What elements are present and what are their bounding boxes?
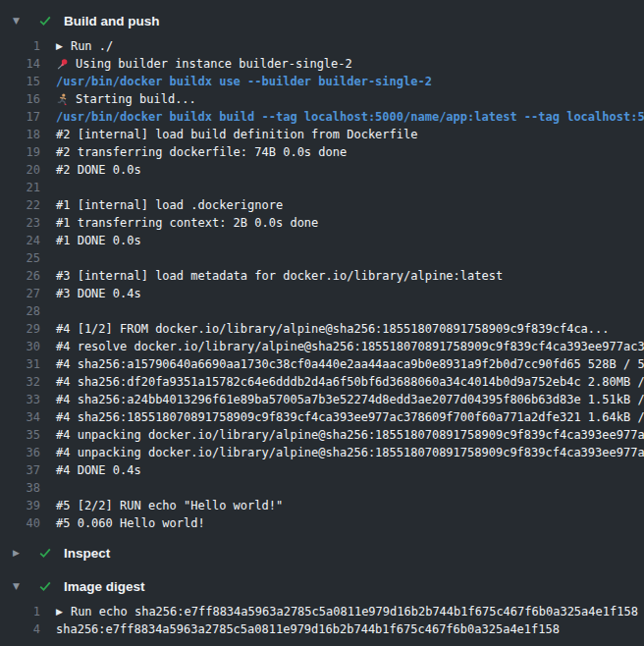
log-line: 17/usr/bin/docker buildx build --tag loc… [0, 108, 644, 126]
line-content: Starting build... [40, 90, 644, 108]
line-number[interactable]: 26 [0, 267, 40, 285]
line-text: Starting build... [76, 90, 196, 108]
chevron-down-icon[interactable]: ▼ [13, 582, 23, 591]
line-number[interactable]: 20 [0, 161, 40, 179]
log-line: 25 [0, 249, 644, 267]
log-line: 1▶Run echo sha256:e7ff8834a5963a2785c5a0… [0, 603, 644, 620]
line-text: Using builder instance builder-single-2 [76, 55, 352, 73]
section-header-inspect[interactable]: ▶Inspect [0, 542, 644, 564]
log-line: 23#1 transferring context: 2B 0.0s done [0, 214, 644, 232]
section-header-build-and-push[interactable]: ▼Build and push [0, 10, 644, 31]
line-text: /usr/bin/docker buildx build --tag local… [56, 108, 644, 126]
log-line: 28 [0, 302, 644, 320]
log-line: 16Starting build... [0, 90, 644, 108]
line-text: #4 unpacking docker.io/library/alpine@sh… [56, 426, 644, 444]
line-number[interactable]: 19 [0, 143, 40, 161]
line-number[interactable]: 17 [0, 108, 40, 126]
section-log-lines: 1▶Run echo sha256:e7ff8834a5963a2785c5a0… [0, 597, 644, 646]
line-text: Run echo sha256:e7ff8834a5963a2785c5a081… [71, 603, 638, 620]
section-log-lines: 1▶Run ./14Using builder instance builder… [0, 31, 644, 542]
section-header-image-digest[interactable]: ▼Image digest [0, 575, 644, 597]
line-text: #3 DONE 0.4s [56, 285, 141, 302]
line-number[interactable]: 35 [0, 426, 40, 444]
line-number[interactable]: 16 [0, 90, 40, 108]
line-text: #1 transferring context: 2B 0.0s done [56, 214, 318, 232]
line-text: #3 [internal] load metadata for docker.i… [56, 267, 503, 285]
line-text: #4 sha256:df20fa9351a15782c64e6dddb2d4a6… [56, 373, 644, 391]
line-number[interactable]: 1 [0, 603, 40, 620]
line-content: #4 sha256:185518070891758909c9f839cf4ca3… [40, 408, 644, 426]
pushpin-icon [56, 58, 69, 71]
check-icon [38, 14, 52, 27]
line-number[interactable]: 1 [0, 37, 40, 55]
line-content: #1 transferring context: 2B 0.0s done [40, 214, 644, 232]
line-content: #3 [internal] load metadata for docker.i… [40, 267, 644, 285]
line-number[interactable]: 29 [0, 320, 40, 338]
line-content: #1 DONE 0.0s [40, 232, 644, 249]
log-line: 30#4 resolve docker.io/library/alpine@sh… [0, 338, 644, 355]
log-line: 4sha256:e7ff8834a5963a2785c5a0811e979d16… [0, 620, 644, 638]
line-number[interactable]: 39 [0, 497, 40, 514]
log-line: 1▶Run ./ [0, 37, 644, 55]
line-number[interactable]: 18 [0, 126, 40, 143]
line-content: #5 0.060 Hello world! [40, 514, 644, 532]
line-number[interactable]: 30 [0, 338, 40, 355]
line-number[interactable]: 34 [0, 408, 40, 426]
line-number[interactable]: 40 [0, 514, 40, 532]
line-content: #4 resolve docker.io/library/alpine@sha2… [40, 338, 644, 355]
line-content: #2 transferring dockerfile: 74B 0.0s don… [40, 143, 644, 161]
section-title: Inspect [64, 546, 110, 561]
line-number[interactable]: 4 [0, 620, 40, 638]
line-number[interactable]: 15 [0, 73, 40, 90]
line-text: #1 DONE 0.0s [56, 232, 141, 249]
chevron-right-icon[interactable]: ▶ [13, 549, 23, 558]
line-number[interactable]: 27 [0, 285, 40, 302]
expand-run-icon[interactable]: ▶ [56, 608, 63, 617]
log-line: 33#4 sha256:a24bb4013296f61e89ba57005a7b… [0, 391, 644, 408]
line-content: #4 [1/2] FROM docker.io/library/alpine@s… [40, 320, 644, 338]
line-text: sha256:e7ff8834a5963a2785c5a0811e979d16b… [56, 620, 560, 638]
line-number[interactable]: 36 [0, 444, 40, 461]
line-number[interactable]: 22 [0, 196, 40, 214]
line-text: #4 sha256:a24bb4013296f61e89ba57005a7b3e… [56, 391, 644, 408]
line-number[interactable]: 21 [0, 179, 40, 196]
section-image-digest: ▼Image digest1▶Run echo sha256:e7ff8834a… [0, 575, 644, 646]
log-line: 21 [0, 179, 644, 196]
log-line: 18#2 [internal] load build definition fr… [0, 126, 644, 143]
line-number[interactable]: 23 [0, 214, 40, 232]
line-content: #2 DONE 0.0s [40, 161, 644, 179]
line-number[interactable]: 33 [0, 391, 40, 408]
line-content: #4 unpacking docker.io/library/alpine@sh… [40, 426, 644, 444]
line-number[interactable]: 31 [0, 355, 40, 373]
workflow-log: ▼Build and push1▶Run ./14Using builder i… [0, 0, 644, 646]
log-line: 35#4 unpacking docker.io/library/alpine@… [0, 426, 644, 444]
line-content: #4 unpacking docker.io/library/alpine@sh… [40, 444, 644, 461]
log-line: 15/usr/bin/docker buildx use --builder b… [0, 73, 644, 90]
line-number[interactable]: 25 [0, 249, 40, 267]
line-content: #4 sha256:df20fa9351a15782c64e6dddb2d4a6… [40, 373, 644, 391]
line-text: #2 [internal] load build definition from… [56, 126, 417, 143]
check-icon [38, 546, 52, 560]
line-content: sha256:e7ff8834a5963a2785c5a0811e979d16b… [40, 620, 644, 638]
line-number[interactable]: 24 [0, 232, 40, 249]
log-line: 40#5 0.060 Hello world! [0, 514, 644, 532]
line-text: Run ./ [71, 37, 113, 55]
log-line: 34#4 sha256:185518070891758909c9f839cf4c… [0, 408, 644, 426]
line-text: #4 sha256:185518070891758909c9f839cf4ca3… [56, 408, 644, 426]
line-number[interactable]: 14 [0, 55, 40, 73]
line-number[interactable]: 38 [0, 479, 40, 497]
chevron-down-icon[interactable]: ▼ [13, 17, 23, 26]
log-line: 29#4 [1/2] FROM docker.io/library/alpine… [0, 320, 644, 338]
line-content: /usr/bin/docker buildx build --tag local… [40, 108, 644, 126]
line-text: #5 [2/2] RUN echo "Hello world!" [56, 497, 283, 514]
line-number[interactable]: 32 [0, 373, 40, 391]
log-line: 37#4 DONE 0.4s [0, 461, 644, 479]
line-number[interactable]: 37 [0, 461, 40, 479]
log-line: 14Using builder instance builder-single-… [0, 55, 644, 73]
line-text: #2 transferring dockerfile: 74B 0.0s don… [56, 143, 347, 161]
line-number[interactable]: 28 [0, 302, 40, 320]
section-title: Image digest [64, 579, 145, 594]
line-content: Using builder instance builder-single-2 [40, 55, 644, 73]
line-content: #3 DONE 0.4s [40, 285, 644, 302]
expand-run-icon[interactable]: ▶ [56, 42, 63, 51]
